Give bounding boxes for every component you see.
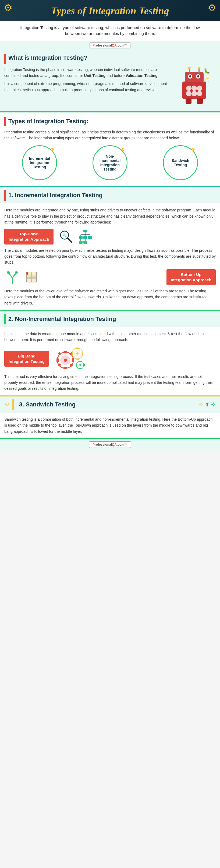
circle-sandwich-shape: ⚙ Sandwich Testing (163, 145, 198, 180)
bigbang-label-text: Big BangIntegration Testing (9, 354, 45, 364)
svg-rect-77 (79, 361, 82, 362)
circle-non-incremental: ⚙ Non- Incremental Integration Testing (93, 145, 127, 180)
subtitle-text: Integration Testing is a type of softwar… (20, 25, 200, 36)
bottomup-body: Here the modules at the lower level of t… (4, 288, 216, 306)
circle-gear-icon-2: ⚙ (121, 147, 125, 152)
svg-rect-59 (63, 351, 67, 353)
fork-icon (5, 270, 20, 285)
sandwich-title: 3. Sandwich Testing (17, 401, 196, 408)
svg-rect-24 (83, 230, 87, 232)
incremental-header: 1. Incremental Integration Testing (0, 187, 220, 203)
svg-rect-31 (83, 236, 87, 239)
svg-rect-78 (79, 368, 82, 369)
circle-gear-icon-1: ⚙ (50, 147, 54, 152)
non-incremental-section: 2. Non-Incremental Integration Testing I… (0, 311, 220, 395)
svg-rect-34 (79, 241, 83, 244)
svg-rect-80 (83, 364, 85, 366)
incremental-header-bar (4, 190, 6, 201)
incremental-body: Here the modules are integrated one by o… (0, 203, 220, 310)
topdown-approach-row: Top-DownIntegration Approach 🔍 (4, 229, 216, 245)
bigbang-body: This method is very effective for saving… (4, 374, 216, 392)
svg-point-11 (191, 86, 197, 91)
svg-point-69 (76, 352, 78, 354)
what-para1b: and before (106, 73, 125, 78)
bigbang-row: Big BangIntegration Testing (4, 347, 216, 371)
footer-brand: ProfessionalQA.com™ (0, 438, 220, 451)
bigbang-icons (53, 347, 86, 371)
incremental-section: 1. Incremental Integration Testing Here … (0, 187, 220, 310)
svg-point-15 (197, 91, 202, 96)
bottomup-icons (4, 269, 40, 285)
types-heading-bar (4, 117, 6, 126)
sandwich-body-wrapper: Sandwich testing is a combination of bot… (0, 413, 220, 438)
svg-rect-63 (58, 352, 61, 355)
bigbang-label: Big BangIntegration Testing (4, 351, 49, 367)
svg-point-14 (191, 91, 197, 96)
svg-rect-61 (57, 358, 59, 362)
svg-rect-32 (88, 236, 92, 239)
topdown-label-text: Top-DownIntegration Approach (9, 231, 49, 242)
sandwich-arrow-icon: ⬆ (205, 401, 210, 408)
sandwich-arrows-icon: ✛ (211, 401, 216, 408)
book-icon-box (24, 269, 40, 285)
svg-rect-17 (197, 98, 203, 104)
svg-point-40 (7, 271, 10, 274)
what-image: 🐛 ⏱ (173, 67, 216, 107)
svg-rect-71 (76, 359, 79, 360)
svg-text:🔍: 🔍 (63, 233, 67, 237)
svg-text:⏱: ⏱ (205, 77, 210, 84)
circle-non-incremental-label: Non- Incremental Integration Testing (99, 154, 121, 171)
svg-point-9 (197, 75, 199, 78)
sandwich-icons: ⚙ ⬆ ✛ (198, 401, 216, 408)
circle-incremental: ⚙ Incremental Integration Testing (22, 145, 57, 180)
what-title: What is Integration Testing? (8, 54, 87, 61)
topdown-label: Top-DownIntegration Approach (4, 229, 54, 245)
bottomup-approach-row: Bottom-UpIntegration Approach (4, 269, 216, 285)
subtitle-bar: Integration Testing is a type of softwar… (0, 21, 220, 41)
topdown-body: The critical modules are tested on prior… (4, 247, 216, 266)
svg-point-58 (64, 359, 67, 362)
sandwich-header: ⚙ 3. Sandwich Testing ⚙ ⬆ ✛ (0, 397, 220, 413)
magnifier-icon: 🔍 (59, 229, 73, 244)
svg-point-8 (189, 75, 191, 78)
svg-rect-36 (83, 241, 87, 244)
what-bold2: Validation Testing (126, 73, 158, 78)
svg-rect-70 (76, 347, 79, 349)
circle-gear-icon-3: ⚙ (191, 147, 195, 152)
svg-rect-1 (185, 72, 203, 82)
svg-point-13 (186, 91, 191, 96)
non-inc-bar (4, 314, 6, 324)
circle-incremental-shape: ⚙ Incremental Integration Testing (22, 145, 57, 180)
bottomup-label: Bottom-UpIntegration Approach (166, 269, 216, 285)
types-description: Integration testing carries a lot of sig… (4, 129, 216, 141)
gear-right-icon: ⚙ (208, 2, 216, 13)
sandwich-section: ⚙ 3. Sandwich Testing ⚙ ⬆ ✛ Sandwich tes… (0, 397, 220, 438)
svg-point-5 (198, 67, 200, 69)
topdown-icons: 🔍 (58, 229, 93, 245)
svg-line-22 (67, 238, 71, 242)
gears-illustration (53, 347, 86, 371)
what-heading: What is Integration Testing? (4, 54, 216, 64)
heading-bar (4, 54, 6, 64)
brand-bar: ProfessionalQA.com™ (0, 41, 220, 50)
hierarchy-icon-box (77, 229, 93, 245)
svg-rect-62 (72, 358, 74, 362)
page-title: Types of Integration Testing (8, 5, 212, 17)
sandwich-bar (12, 399, 14, 410)
non-inc-body: In this test, the data is created in one… (0, 327, 220, 395)
what-section: What is Integration Testing? Integration… (0, 50, 220, 111)
bottomup-label-text: Bottom-UpIntegration Approach (171, 272, 211, 282)
svg-point-10 (186, 86, 191, 91)
brand-badge: ProfessionalQA.com™ (90, 42, 130, 49)
svg-text:🐛: 🐛 (203, 67, 210, 74)
incremental-title: 1. Incremental Integration Testing (8, 192, 102, 199)
svg-point-41 (15, 271, 18, 274)
hierarchy-icon (78, 229, 93, 244)
magnifier-icon-box: 🔍 (58, 229, 74, 245)
what-para2: It is a component of extreme programming… (4, 81, 169, 93)
circle-non-incremental-shape: ⚙ Non- Incremental Integration Testing (93, 145, 127, 180)
svg-rect-72 (71, 352, 73, 355)
svg-rect-16 (186, 98, 191, 104)
non-inc-header: 2. Non-Incremental Integration Testing (0, 311, 220, 327)
footer-brand-badge: ProfessionalQA.com™ (89, 441, 131, 448)
